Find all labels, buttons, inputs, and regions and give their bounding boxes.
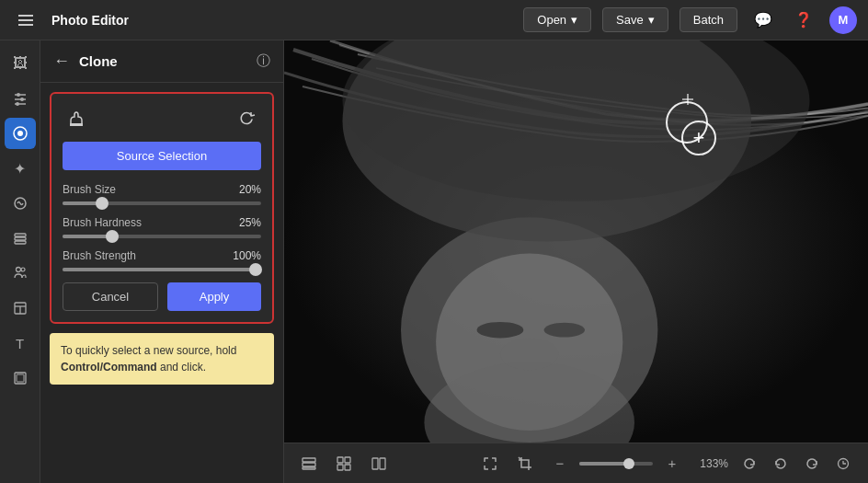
brush-hardness-group: Brush Hardness 25%: [63, 216, 261, 238]
undo-button[interactable]: [767, 450, 794, 477]
svg-rect-11: [15, 241, 26, 244]
rotate-button[interactable]: [736, 450, 763, 477]
svg-rect-36: [372, 458, 378, 469]
icon-bar: 🖼 ✦: [0, 40, 40, 483]
brush-hardness-fill: [63, 235, 112, 238]
canvas-area[interactable]: +: [284, 40, 868, 483]
text-icon: T: [16, 336, 24, 351]
grid-icon: [337, 456, 351, 471]
sidebar-item-people[interactable]: [5, 258, 36, 289]
brush-strength-group: Brush Strength 100%: [63, 249, 261, 271]
brush-size-thumb[interactable]: [96, 197, 108, 210]
clone-action-buttons: Cancel Apply: [63, 282, 261, 311]
add-effect-icon: [13, 196, 28, 211]
svg-rect-37: [380, 458, 385, 469]
grid-bottom-button[interactable]: [330, 450, 358, 477]
brush-strength-track[interactable]: [63, 268, 261, 271]
menu-icon: [18, 15, 33, 26]
source-selection-button[interactable]: Source Selection: [63, 142, 261, 170]
fit-icon: [483, 456, 497, 471]
help-button[interactable]: ❓: [789, 6, 818, 35]
svg-point-21: [477, 322, 524, 338]
save-button[interactable]: Save ▾: [602, 7, 668, 32]
frame-icon: [13, 371, 28, 385]
svg-point-1: [17, 93, 20, 97]
svg-rect-32: [337, 457, 343, 463]
svg-point-3: [20, 98, 24, 101]
crop-icon: [518, 456, 532, 471]
photo-background: +: [284, 40, 868, 443]
zoom-controls: − + 133%: [546, 450, 728, 477]
clone-panel: Source Selection Brush Size 20% Brush Ha…: [50, 92, 274, 324]
sidebar-item-text[interactable]: T: [5, 328, 36, 359]
history-button[interactable]: [829, 450, 857, 477]
svg-point-12: [16, 268, 20, 272]
brush-size-track[interactable]: [63, 201, 261, 205]
apply-button[interactable]: Apply: [167, 282, 261, 311]
brush-strength-thumb[interactable]: [249, 263, 262, 276]
svg-rect-31: [303, 467, 315, 469]
clone-icon: [12, 125, 29, 142]
sidebar-item-add[interactable]: [5, 188, 36, 219]
sidebar-item-template[interactable]: [5, 293, 36, 324]
cancel-button[interactable]: Cancel: [63, 282, 158, 311]
zoom-slider-thumb[interactable]: [623, 458, 634, 469]
redo-icon: [805, 456, 819, 471]
clone-cursor-inner: +: [681, 121, 716, 155]
stamp-icon: [67, 109, 86, 128]
rotate-icon: [742, 456, 757, 471]
svg-rect-16: [17, 374, 24, 382]
redo-button[interactable]: [798, 450, 826, 477]
bottom-bar: − + 133%: [284, 443, 868, 483]
sidebar-item-adjustments[interactable]: [5, 83, 36, 114]
history-icon: [836, 456, 851, 471]
brush-hardness-value: 25%: [239, 216, 261, 229]
fit-button[interactable]: [476, 450, 504, 477]
crop-button[interactable]: [511, 450, 539, 477]
main-area: 🖼 ✦: [0, 40, 868, 483]
bottom-right-icons: [736, 450, 857, 477]
clone-crosshair: [682, 94, 693, 105]
zoom-in-button[interactable]: +: [658, 450, 686, 477]
menu-button[interactable]: [11, 6, 40, 35]
sidebar-item-image[interactable]: 🖼: [5, 48, 36, 79]
open-button[interactable]: Open ▾: [523, 7, 591, 32]
layers-icon: [13, 231, 28, 246]
info-button[interactable]: ⓘ: [257, 52, 270, 70]
compare-bottom-button[interactable]: [365, 450, 393, 477]
zoom-out-button[interactable]: −: [546, 450, 574, 477]
sidebar-item-clone[interactable]: [5, 118, 36, 149]
compare-icon: [371, 456, 386, 471]
sidebar-item-effects[interactable]: ✦: [5, 153, 36, 184]
svg-rect-17: [70, 123, 83, 126]
zoom-slider-fill: [579, 462, 627, 466]
svg-point-13: [21, 268, 25, 271]
brush-size-value: 20%: [239, 183, 261, 196]
back-button[interactable]: ←: [53, 52, 70, 71]
svg-rect-10: [15, 237, 26, 240]
layers-bottom-button[interactable]: [295, 450, 323, 477]
clone-stamp-tool[interactable]: [63, 105, 90, 132]
sidebar-item-frame[interactable]: [5, 362, 36, 394]
batch-button[interactable]: Batch: [680, 7, 737, 32]
svg-point-5: [16, 102, 19, 106]
brush-strength-label: Brush Strength: [63, 249, 136, 262]
zoom-slider[interactable]: [579, 462, 653, 466]
topbar: Photo Editor Open ▾ Save ▾ Batch 💬 ❓ M: [0, 0, 868, 40]
panel-title: Clone: [79, 53, 247, 69]
chat-button[interactable]: 💬: [748, 6, 778, 35]
svg-rect-29: [303, 458, 315, 462]
svg-rect-30: [303, 463, 315, 466]
tooltip-box: To quickly select a new source, hold Con…: [50, 333, 274, 385]
brush-hardness-track[interactable]: [63, 235, 261, 238]
svg-point-7: [17, 131, 23, 136]
reset-tool[interactable]: [234, 105, 261, 132]
user-avatar[interactable]: M: [829, 6, 857, 34]
tool-panel: ← Clone ⓘ: [40, 40, 284, 483]
undo-icon: [773, 456, 788, 471]
sidebar-item-layers[interactable]: [5, 223, 36, 254]
canvas-image[interactable]: +: [284, 40, 868, 443]
svg-rect-9: [15, 234, 26, 236]
brush-hardness-thumb[interactable]: [106, 230, 119, 243]
panel-header: ← Clone ⓘ: [40, 40, 283, 83]
